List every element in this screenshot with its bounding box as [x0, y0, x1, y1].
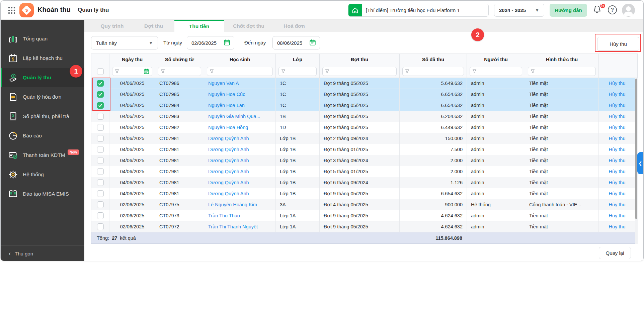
student-link[interactable]: Nguyễn Gia Minh Qua... [208, 114, 260, 119]
cancel-row-link[interactable]: Hủy thu [609, 125, 626, 130]
student-link[interactable]: Dương Quỳnh Anh [208, 191, 249, 196]
row-checkbox[interactable] [97, 102, 104, 109]
student-link[interactable]: Dương Quỳnh Anh [208, 136, 249, 141]
guide-button[interactable]: Hướng dẫn [550, 4, 587, 17]
cancel-row-link[interactable]: Hủy thu [609, 92, 626, 97]
row-checkbox[interactable] [97, 124, 104, 131]
row-checkbox[interactable] [97, 223, 104, 230]
row-checkbox[interactable] [97, 146, 104, 153]
cancel-row-link[interactable]: Hủy thu [609, 213, 626, 218]
avatar[interactable] [622, 4, 635, 17]
calendar-icon[interactable] [143, 68, 150, 75]
table-row[interactable]: 02/06/2025CT07972Trần Thị Thanh NguyệtLớ… [91, 221, 638, 232]
sidebar-item-9[interactable]: Đào tạo MISA EMIS [1, 184, 84, 204]
cancel-row-link[interactable]: Hủy thu [609, 114, 626, 119]
row-checkbox[interactable] [97, 190, 104, 197]
row-checkbox[interactable] [97, 91, 104, 98]
cancel-row-link[interactable]: Hủy thu [609, 147, 626, 152]
cancel-row-link[interactable]: Hủy thu [609, 136, 626, 141]
from-date-input[interactable]: 02/06/2025 [187, 36, 234, 49]
funnel-icon [325, 69, 329, 74]
table-row[interactable]: 04/06/2025CT07981Dương Quỳnh AnhLớp 1BĐợ… [91, 133, 638, 144]
student-link[interactable]: Trần Thị Thanh Nguyệt [208, 224, 258, 229]
table-row[interactable]: 04/06/2025CT07981Dương Quỳnh AnhLớp 1BĐợ… [91, 166, 638, 177]
row-checkbox[interactable] [97, 113, 104, 120]
row-checkbox[interactable] [97, 212, 104, 219]
table-row[interactable]: 04/06/2025CT07985Nguyễn Hoa Cúc1CĐợt 9 t… [91, 89, 638, 100]
student-link[interactable]: Dương Quỳnh Anh [208, 158, 249, 163]
row-checkbox[interactable] [97, 135, 104, 142]
column-filter-input[interactable] [402, 67, 464, 76]
column-filter-input[interactable] [278, 67, 317, 76]
back-button[interactable]: Quay lại [599, 247, 631, 259]
select-all-checkbox[interactable] [97, 68, 104, 75]
row-checkbox[interactable] [97, 179, 104, 186]
column-filter-input[interactable] [322, 67, 397, 76]
student-link[interactable]: Dương Quỳnh Anh [208, 147, 249, 152]
sidebar-item-4[interactable]: Quản lý hóa đơn [1, 87, 84, 107]
table-row[interactable]: 02/06/2025CT07975Lê Nguyễn Hoàng Kim3AĐợ… [91, 199, 638, 210]
cancel-row-link[interactable]: Hủy thu [609, 158, 626, 163]
table-row[interactable]: 04/06/2025CT07982Nguyễn Hoa Hồng1DĐợt 9 … [91, 122, 638, 133]
table-row[interactable]: 04/06/2025CT07984Nguyễn Hoa Lan1CĐợt 9 t… [91, 100, 638, 111]
app-launcher-icon[interactable] [7, 6, 16, 15]
sidebar-item-2[interactable]: $Lập kế hoạch thu [1, 48, 84, 68]
tab-2[interactable]: Đợt thu [133, 20, 174, 32]
collector-cell: admin [467, 144, 525, 155]
cancel-row-link[interactable]: Hủy thu [609, 224, 626, 229]
row-checkbox[interactable] [97, 157, 104, 164]
column-filter-input[interactable] [528, 67, 596, 76]
table-row[interactable]: 02/06/2025CT07973Trần Thu ThảoLớp 1AĐợt … [91, 210, 638, 221]
to-date-input[interactable]: 08/06/2025 [272, 36, 320, 49]
student-link[interactable]: Nguyen Van A [208, 81, 239, 86]
student-link[interactable]: Nguyễn Hoa Cúc [208, 92, 245, 97]
row-checkbox[interactable] [97, 201, 104, 208]
table-scrollbar-thumb[interactable] [635, 79, 637, 219]
cancel-collection-button[interactable]: Hủy thu [597, 37, 639, 51]
tab-4[interactable]: Chốt đợt thu [224, 20, 273, 32]
tab-1[interactable]: Quy trình [91, 20, 133, 32]
calendar-icon[interactable] [309, 39, 316, 47]
student-link[interactable]: Nguyễn Hoa Hồng [208, 125, 248, 130]
table-row[interactable]: 04/06/2025CT07981Dương Quỳnh AnhLớp 1BĐợ… [91, 177, 638, 188]
cancel-row-link[interactable]: Hủy thu [609, 191, 626, 196]
batch-cell: Đợt 9 tháng 05/2025 [320, 89, 400, 100]
sidebar-item-1[interactable]: Tổng quan [1, 29, 84, 48]
table-row[interactable]: 04/06/2025CT07981Dương Quỳnh AnhLớp 1BĐợ… [91, 144, 638, 155]
column-filter-input[interactable] [158, 67, 201, 76]
tab-3[interactable]: Thu tiền [174, 20, 224, 32]
cancel-row-link[interactable]: Hủy thu [609, 180, 626, 185]
cancel-row-link[interactable]: Hủy thu [609, 81, 626, 86]
student-link[interactable]: Lê Nguyễn Hoàng Kim [208, 202, 257, 207]
school-year-select[interactable]: 2024 - 2025 ▼ [494, 4, 544, 17]
column-filter-input[interactable] [207, 67, 273, 76]
sidebar-item-6[interactable]: Báo cáo [1, 126, 84, 145]
cancel-row-link[interactable]: Hủy thu [609, 169, 626, 174]
student-link[interactable]: Nguyễn Hoa Lan [208, 103, 245, 108]
notifications-button[interactable]: 9+ [592, 5, 604, 16]
table-row[interactable]: 04/06/2025CT07986Nguyen Van A1CĐợt 9 thá… [91, 78, 638, 89]
column-filter-input[interactable] [112, 67, 152, 76]
student-link[interactable]: Dương Quỳnh Anh [208, 180, 249, 185]
student-link[interactable]: Dương Quỳnh Anh [208, 169, 249, 174]
cancel-row-link[interactable]: Hủy thu [609, 103, 626, 108]
side-panel-toggle[interactable]: ❮ [637, 152, 643, 174]
sidebar-item-7[interactable]: Thanh toán KDTMNew [1, 145, 84, 165]
cancel-row-link[interactable]: Hủy thu [609, 202, 626, 207]
help-button[interactable]: ? [608, 5, 617, 14]
table-row[interactable]: 04/06/2025CT07981Dương Quỳnh AnhLớp 1BĐợ… [91, 188, 638, 199]
sidebar-item-8[interactable]: Hệ thống [1, 165, 84, 184]
table-row[interactable]: 04/06/2025CT07981Dương Quỳnh AnhLớp 1BĐợ… [91, 155, 638, 166]
table-row[interactable]: 04/06/2025CT07983Nguyễn Gia Minh Qua...1… [91, 111, 638, 122]
row-checkbox[interactable] [97, 168, 104, 175]
student-link[interactable]: Trần Thu Thảo [208, 213, 240, 218]
sidebar-item-3[interactable]: $Quản lý thu [1, 68, 84, 87]
row-checkbox[interactable] [97, 80, 104, 87]
sidebar-collapse-button[interactable]: ‹ Thu gọn [1, 245, 84, 261]
calendar-icon[interactable] [223, 39, 231, 47]
sidebar-item-5[interactable]: $Sổ phải thu, phải trả [1, 107, 84, 126]
tab-5[interactable]: Hoá đơn [273, 20, 315, 32]
school-selector[interactable]: [Thí điểm] Trường tiểu học Edu Platform … [348, 4, 489, 17]
period-select[interactable]: Tuần này ▼ [91, 36, 158, 49]
column-filter-input[interactable] [470, 67, 522, 76]
